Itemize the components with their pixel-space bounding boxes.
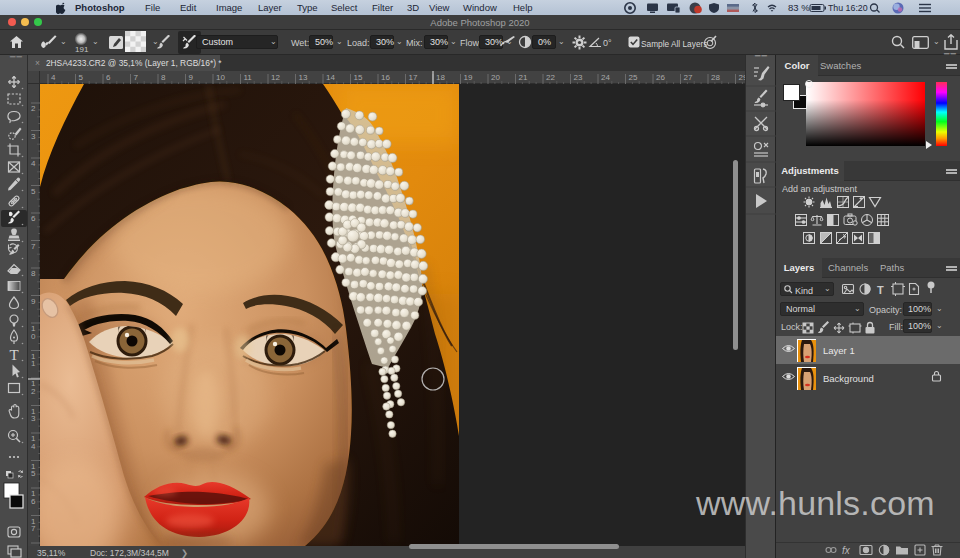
svg-text:2: 2 (31, 387, 36, 396)
svg-text:7: 7 (31, 524, 36, 533)
svg-text:16: 16 (381, 73, 390, 82)
svg-text:5: 5 (31, 469, 36, 478)
svg-text:1: 1 (31, 359, 36, 368)
svg-text:83 %: 83 % (788, 2, 810, 13)
svg-text:5: 5 (31, 187, 36, 196)
svg-text:28: 28 (711, 73, 720, 82)
svg-text:fx: fx (842, 545, 851, 556)
svg-text:4: 4 (31, 159, 36, 168)
svg-text:12: 12 (271, 73, 280, 82)
svg-text:26: 26 (656, 73, 665, 82)
svg-text:3: 3 (31, 132, 36, 141)
svg-text:24: 24 (601, 73, 610, 82)
svg-text:14: 14 (326, 73, 335, 82)
svg-text:6: 6 (106, 73, 111, 82)
svg-text:27: 27 (684, 73, 693, 82)
svg-text:7: 7 (134, 73, 139, 82)
svg-text:25: 25 (629, 73, 638, 82)
svg-text:Thu 16:20: Thu 16:20 (828, 3, 868, 13)
svg-text:23: 23 (574, 73, 583, 82)
svg-text:9: 9 (31, 297, 36, 306)
svg-text:6: 6 (31, 214, 36, 223)
svg-text:8: 8 (161, 73, 166, 82)
svg-text:20: 20 (491, 73, 500, 82)
svg-text:4: 4 (31, 442, 36, 451)
svg-text:6: 6 (31, 497, 36, 506)
svg-text:10: 10 (216, 73, 225, 82)
svg-text:2: 2 (31, 104, 36, 113)
svg-text:3: 3 (31, 414, 36, 423)
svg-text:4: 4 (51, 73, 56, 82)
svg-text:9: 9 (189, 73, 194, 82)
svg-text:7: 7 (31, 242, 36, 251)
svg-text:13: 13 (299, 73, 308, 82)
svg-text:T: T (9, 347, 18, 363)
svg-text:17: 17 (409, 73, 418, 82)
svg-text:11: 11 (244, 73, 253, 82)
svg-text:0: 0 (31, 332, 36, 341)
svg-text:8: 8 (31, 269, 36, 278)
svg-text:21: 21 (519, 73, 528, 82)
svg-text:19: 19 (464, 73, 473, 82)
svg-text:5: 5 (79, 73, 84, 82)
svg-text:15: 15 (354, 73, 363, 82)
svg-text:18: 18 (436, 73, 445, 82)
svg-text:22: 22 (546, 73, 555, 82)
